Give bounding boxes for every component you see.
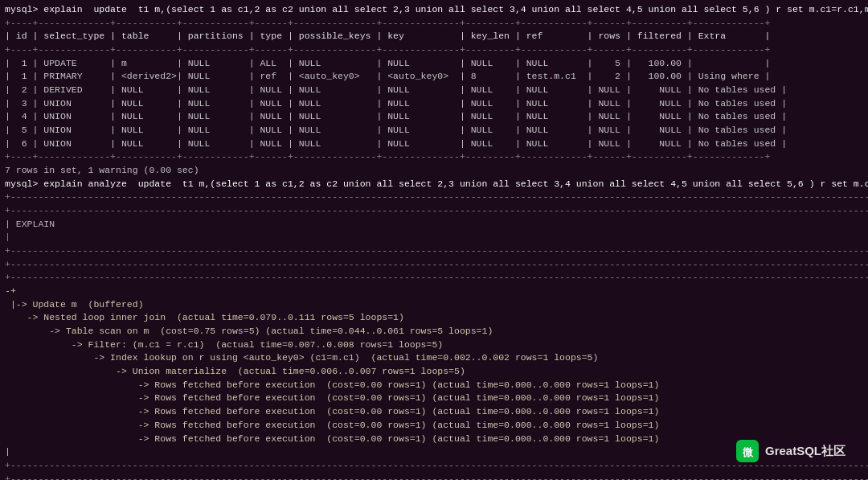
terminal-line: -> Rows fetched before execution (cost=0… bbox=[5, 379, 863, 392]
terminal-line: +---------------------------------------… bbox=[5, 244, 863, 258]
terminal-line: +---------------------------------------… bbox=[5, 191, 863, 204]
watermark: 微 GreatSQL社区 bbox=[728, 437, 854, 466]
terminal-line: +---------------------------------------… bbox=[5, 473, 863, 480]
terminal-line: +---------------------------------------… bbox=[5, 204, 863, 218]
terminal-line: | 4 | UNION | NULL | NULL | NULL | NULL … bbox=[5, 110, 863, 124]
terminal-line: -> Index lookup on r using <auto_key0> (… bbox=[5, 351, 863, 365]
terminal-line: mysql> explain analyze update t1 m,(sele… bbox=[5, 178, 863, 191]
terminal-line: -> Union materialize (actual time=0.006.… bbox=[5, 365, 863, 379]
terminal-line: | 1 | PRIMARY | <derived2>| NULL | ref |… bbox=[5, 70, 863, 84]
terminal-line: | 3 | UNION | NULL | NULL | NULL | NULL … bbox=[5, 97, 863, 111]
terminal-line: -> Table scan on m (cost=0.75 rows=5) (a… bbox=[5, 325, 863, 338]
terminal-line: +---------------------------------------… bbox=[5, 258, 863, 272]
terminal-line: -> Nested loop inner join (actual time=0… bbox=[5, 311, 863, 325]
terminal-line: mysql> explain update t1 m,(select 1 as … bbox=[5, 3, 863, 17]
terminal-line: -> Rows fetched before execution (cost=0… bbox=[5, 419, 863, 433]
terminal-line: | id | select_type | table | partitions … bbox=[5, 30, 863, 43]
terminal-line: -+ bbox=[5, 285, 863, 298]
terminal-line: 7 rows in set, 1 warning (0.00 sec) bbox=[5, 164, 863, 178]
terminal-window: mysql> explain update t1 m,(select 1 as … bbox=[0, 0, 868, 480]
terminal-line: | | bbox=[5, 231, 863, 244]
terminal-content: mysql> explain update t1 m,(select 1 as … bbox=[5, 3, 863, 480]
terminal-line: +----+-------------+-----------+--------… bbox=[5, 43, 863, 57]
terminal-line: | 6 | UNION | NULL | NULL | NULL | NULL … bbox=[5, 137, 863, 151]
svg-text:微: 微 bbox=[741, 446, 753, 458]
terminal-line: +---------------------------------------… bbox=[5, 271, 863, 285]
terminal-line: +----+-------------+-----------+--------… bbox=[5, 150, 863, 164]
terminal-line: -> Rows fetched before execution (cost=0… bbox=[5, 392, 863, 405]
terminal-line: | 1 | UPDATE | m | NULL | ALL | NULL | N… bbox=[5, 57, 863, 71]
terminal-line: |-> Update m (buffered) bbox=[5, 298, 863, 312]
terminal-line: -> Rows fetched before execution (cost=0… bbox=[5, 405, 863, 419]
terminal-line: | 5 | UNION | NULL | NULL | NULL | NULL … bbox=[5, 124, 863, 137]
watermark-label: GreatSQL社区 bbox=[765, 444, 845, 459]
terminal-line: | 2 | DERIVED | NULL | NULL | NULL | NUL… bbox=[5, 84, 863, 97]
watermark-icon: 微 bbox=[736, 440, 759, 462]
terminal-line: | EXPLAIN | bbox=[5, 218, 863, 232]
terminal-line: +----+-------------+-----------+--------… bbox=[5, 17, 863, 31]
terminal-line: -> Filter: (m.c1 = r.c1) (actual time=0.… bbox=[5, 338, 863, 352]
